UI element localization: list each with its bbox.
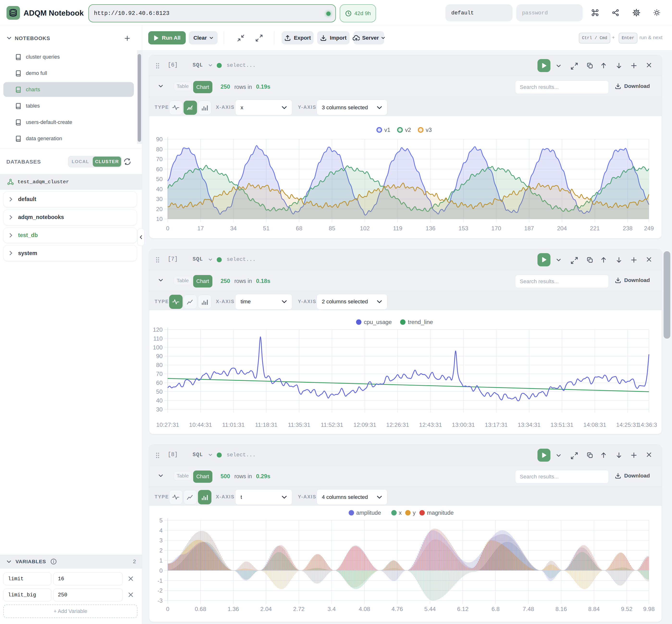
svg-text:90: 90	[156, 136, 163, 142]
svg-text:90: 90	[156, 353, 163, 360]
svg-text:11:35:31: 11:35:31	[288, 421, 310, 428]
svg-text:102: 102	[360, 225, 370, 232]
svg-text:10:44:31: 10:44:31	[189, 421, 212, 428]
svg-text:80: 80	[156, 362, 163, 368]
svg-text:120: 120	[153, 327, 163, 333]
svg-text:9.98: 9.98	[643, 606, 655, 612]
svg-text:-3: -3	[157, 597, 163, 604]
svg-text:1: 1	[159, 557, 163, 564]
svg-text:0: 0	[166, 606, 170, 612]
svg-text:153: 153	[458, 225, 468, 232]
svg-text:8.84: 8.84	[588, 606, 600, 612]
svg-text:136: 136	[426, 225, 436, 232]
svg-text:3: 3	[159, 537, 163, 544]
svg-text:8.16: 8.16	[555, 606, 567, 612]
svg-text:x: x	[399, 510, 402, 516]
svg-text:40: 40	[156, 397, 163, 404]
svg-text:0: 0	[166, 225, 170, 232]
svg-text:13:51:31: 13:51:31	[550, 421, 573, 428]
svg-text:10:27:31: 10:27:31	[156, 421, 179, 428]
svg-text:2: 2	[159, 547, 163, 554]
svg-text:4: 4	[159, 527, 163, 534]
svg-text:20: 20	[156, 206, 163, 212]
svg-text:50: 50	[156, 388, 163, 395]
svg-text:magnitude: magnitude	[427, 510, 454, 516]
svg-text:85: 85	[329, 225, 335, 232]
svg-text:6.12: 6.12	[457, 606, 469, 612]
svg-text:v2: v2	[405, 127, 411, 133]
svg-text:4.08: 4.08	[359, 606, 370, 612]
svg-text:5.44: 5.44	[424, 606, 436, 612]
svg-text:14:08:31: 14:08:31	[583, 421, 606, 428]
svg-text:70: 70	[156, 156, 163, 162]
svg-text:68: 68	[296, 225, 303, 232]
svg-text:12:26:31: 12:26:31	[386, 421, 409, 428]
svg-text:2.04: 2.04	[260, 606, 272, 612]
svg-text:11:18:31: 11:18:31	[255, 421, 278, 428]
svg-text:1.36: 1.36	[228, 606, 239, 612]
svg-text:238: 238	[623, 225, 632, 232]
svg-text:v1: v1	[384, 127, 390, 133]
svg-text:119: 119	[393, 225, 403, 232]
svg-text:4.76: 4.76	[392, 606, 403, 612]
svg-text:amplitude: amplitude	[356, 510, 381, 516]
svg-text:-2: -2	[157, 587, 163, 594]
svg-text:cpu_usage: cpu_usage	[364, 319, 392, 325]
svg-text:30: 30	[156, 406, 163, 413]
svg-text:70: 70	[156, 371, 163, 377]
svg-text:2.72: 2.72	[293, 606, 305, 612]
svg-text:170: 170	[491, 225, 501, 232]
svg-text:13:00:31: 13:00:31	[452, 421, 475, 428]
svg-text:80: 80	[156, 146, 163, 153]
svg-text:trend_line: trend_line	[408, 319, 433, 325]
svg-text:5: 5	[159, 517, 163, 524]
svg-text:60: 60	[156, 166, 163, 173]
svg-text:204: 204	[557, 225, 567, 232]
svg-text:110: 110	[153, 335, 163, 342]
svg-text:0: 0	[159, 567, 163, 574]
svg-text:17: 17	[197, 225, 204, 232]
svg-text:14:36:31: 14:36:31	[638, 421, 657, 428]
svg-text:51: 51	[263, 225, 269, 232]
svg-text:-1: -1	[157, 577, 163, 584]
svg-text:221: 221	[590, 225, 600, 232]
svg-text:60: 60	[156, 380, 163, 386]
svg-text:100: 100	[153, 344, 163, 351]
svg-text:34: 34	[230, 225, 237, 232]
svg-text:v3: v3	[426, 127, 432, 133]
svg-text:249: 249	[644, 225, 654, 232]
svg-text:10: 10	[156, 216, 163, 222]
svg-text:y: y	[413, 510, 416, 516]
svg-text:11:01:31: 11:01:31	[222, 421, 245, 428]
svg-text:0.68: 0.68	[195, 606, 206, 612]
svg-text:6.8: 6.8	[492, 606, 500, 612]
svg-text:187: 187	[524, 225, 534, 232]
svg-text:14:25:31: 14:25:31	[616, 421, 639, 428]
svg-text:13:34:31: 13:34:31	[518, 421, 541, 428]
svg-text:7.48: 7.48	[523, 606, 534, 612]
svg-text:50: 50	[156, 176, 163, 182]
svg-text:12:09:31: 12:09:31	[354, 421, 376, 428]
svg-text:12:43:31: 12:43:31	[419, 421, 442, 428]
svg-text:40: 40	[156, 186, 163, 192]
svg-text:11:52:31: 11:52:31	[321, 421, 343, 428]
svg-text:3.4: 3.4	[328, 606, 336, 612]
svg-text:9.52: 9.52	[621, 606, 632, 612]
svg-text:13:17:31: 13:17:31	[485, 421, 508, 428]
svg-text:30: 30	[156, 196, 163, 202]
